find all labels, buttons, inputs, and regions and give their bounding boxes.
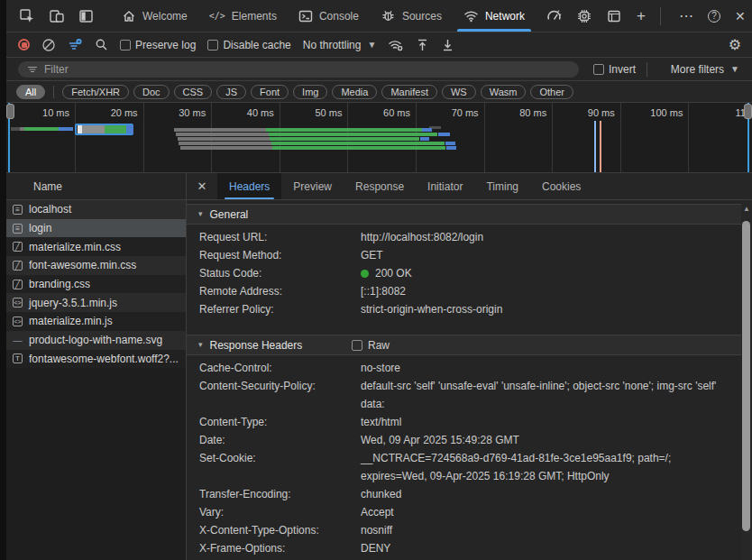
filter-chip-media[interactable]: Media <box>332 85 377 99</box>
right-range-handle[interactable] <box>744 104 752 119</box>
filter-chip-ws[interactable]: WS <box>442 85 476 99</box>
grid-line <box>552 103 553 172</box>
filter-chip-css[interactable]: CSS <box>174 85 213 99</box>
checkbox-box[interactable] <box>352 340 362 351</box>
filter-chip-wasm[interactable]: Wasm <box>481 85 527 99</box>
tab-label: Initiator <box>427 180 463 193</box>
details-tab-response[interactable]: Response <box>344 173 416 199</box>
tab-elements[interactable]: </>Elements <box>198 0 288 32</box>
header-row: Content-Type:text/html <box>187 413 741 431</box>
filter-chip-doc[interactable]: Doc <box>133 85 170 99</box>
left-range-handle[interactable] <box>6 104 14 119</box>
header-row: Status Code:200 OK <box>187 264 741 282</box>
request-row[interactable]: ≡login <box>6 219 186 238</box>
request-row[interactable]: ╱materialize.min.css <box>6 237 186 256</box>
filter-chip-other[interactable]: Other <box>530 85 573 99</box>
invert-checkbox[interactable]: Invert <box>593 63 636 76</box>
tab-welcome[interactable]: Welcome <box>111 0 198 32</box>
more-filters-dropdown[interactable]: More filters ▼ <box>671 63 739 76</box>
console-icon <box>298 9 313 23</box>
dock-side-icon[interactable] <box>78 8 95 24</box>
application-icon[interactable] <box>607 9 621 23</box>
header-name: Set-Cookie: <box>187 449 361 467</box>
inspect-icon[interactable] <box>19 8 35 24</box>
filter-chip-fetch-xhr[interactable]: Fetch/XHR <box>62 85 129 99</box>
throttling-dropdown[interactable]: No throttling ▼ <box>303 39 377 51</box>
scrollbar-thumb[interactable] <box>742 221 750 531</box>
header-row: Date:Wed, 09 Apr 2025 15:49:28 GMT <box>187 431 741 449</box>
filter-chip-all[interactable]: All <box>16 85 45 99</box>
waterfall-bar <box>178 137 270 141</box>
header-value: GET <box>361 246 741 264</box>
time-tick-label: 60 ms <box>356 107 410 118</box>
details-tab-timing[interactable]: Timing <box>474 173 530 199</box>
close-icon[interactable]: ✕ <box>735 10 746 23</box>
settings-gear-icon[interactable]: ⚙ <box>729 38 752 52</box>
request-row[interactable]: Tfontawesome-webfont.woff2?... <box>6 350 186 369</box>
waterfall-bar <box>11 127 20 131</box>
headers-content: ▾GeneralRequest URL:http://localhost:808… <box>187 200 741 560</box>
time-tick-label: 50 ms <box>288 107 342 118</box>
throttling-value: No throttling <box>303 39 362 51</box>
search-icon[interactable] <box>95 38 108 51</box>
waterfall-bar <box>438 133 450 136</box>
help-icon[interactable]: ? <box>708 10 720 23</box>
tabbar-right-icons: ⋯ ? ✕ <box>656 0 752 32</box>
tab-sources[interactable]: Sources <box>370 0 453 32</box>
scroll-up-icon[interactable]: ▲ <box>741 206 752 213</box>
time-tick-label: 110 <box>697 107 751 118</box>
tab-label: Welcome <box>142 10 188 23</box>
waterfall-bar <box>59 127 73 131</box>
code-icon: </> <box>209 11 225 21</box>
request-name: materialize.min.css <box>29 241 121 253</box>
close-details-icon[interactable]: ✕ <box>187 173 217 199</box>
more-options-icon[interactable]: ⋯ <box>679 9 693 23</box>
checkbox-box[interactable] <box>593 64 604 75</box>
section-header-general[interactable]: ▾General <box>187 204 741 225</box>
network-conditions-icon[interactable] <box>388 38 404 52</box>
tab-network[interactable]: Network <box>453 0 536 32</box>
time-tick-label: 70 ms <box>425 107 479 118</box>
request-row[interactable]: ╱font-awesome.min.css <box>6 256 186 275</box>
header-row: X-Frame-Options:DENY <box>187 539 741 557</box>
time-tick-label: 20 ms <box>84 107 138 118</box>
filter-chip-js[interactable]: JS <box>216 85 246 99</box>
checkbox-box[interactable] <box>120 40 131 50</box>
header-name: Date: <box>187 431 361 449</box>
scrollbar[interactable]: ▲ <box>741 200 752 560</box>
chevron-down-icon: ▼ <box>367 41 376 50</box>
filter-input[interactable]: Filter <box>18 61 579 78</box>
memory-icon[interactable] <box>577 9 592 23</box>
filter-active-icon[interactable] <box>68 38 83 52</box>
request-name: login <box>29 222 51 234</box>
grid-line <box>620 103 621 172</box>
details-tab-preview[interactable]: Preview <box>281 173 344 199</box>
disable-cache-checkbox[interactable]: Disable cache <box>207 39 290 51</box>
add-tab-icon[interactable]: + <box>637 8 646 23</box>
preserve-log-checkbox[interactable]: Preserve log <box>120 39 196 51</box>
name-column-header[interactable]: Name <box>6 173 186 200</box>
device-toolbar-icon[interactable] <box>49 8 65 24</box>
details-tab-initiator[interactable]: Initiator <box>416 173 474 199</box>
request-row[interactable]: ╱branding.css <box>6 275 186 294</box>
import-har-icon[interactable] <box>416 38 429 52</box>
filter-chip-font[interactable]: Font <box>251 85 289 99</box>
checkbox-box[interactable] <box>207 40 218 50</box>
record-icon[interactable] <box>18 39 30 50</box>
clear-icon[interactable] <box>41 38 56 52</box>
details-tab-headers[interactable]: Headers <box>217 173 281 199</box>
export-har-icon[interactable] <box>441 38 454 52</box>
details-tab-cookies[interactable]: Cookies <box>530 173 592 199</box>
request-row[interactable]: —product-logo-with-name.svg <box>6 331 186 350</box>
tab-console[interactable]: Console <box>288 0 370 32</box>
header-name: Request Method: <box>187 246 361 264</box>
request-row[interactable]: <>jquery-3.5.1.min.js <box>6 293 186 312</box>
section-header-response-headers[interactable]: ▾Response HeadersRaw <box>187 335 741 355</box>
filter-chip-img[interactable]: Img <box>293 85 327 99</box>
request-row[interactable]: ≡localhost <box>6 200 186 219</box>
request-row[interactable]: <>materialize.min.js <box>6 312 186 331</box>
performance-icon[interactable] <box>546 8 562 23</box>
details-tabs: ✕ HeadersPreviewResponseInitiatorTimingC… <box>187 173 752 200</box>
raw-checkbox[interactable]: Raw <box>352 335 390 354</box>
filter-chip-manifest[interactable]: Manifest <box>381 85 437 99</box>
